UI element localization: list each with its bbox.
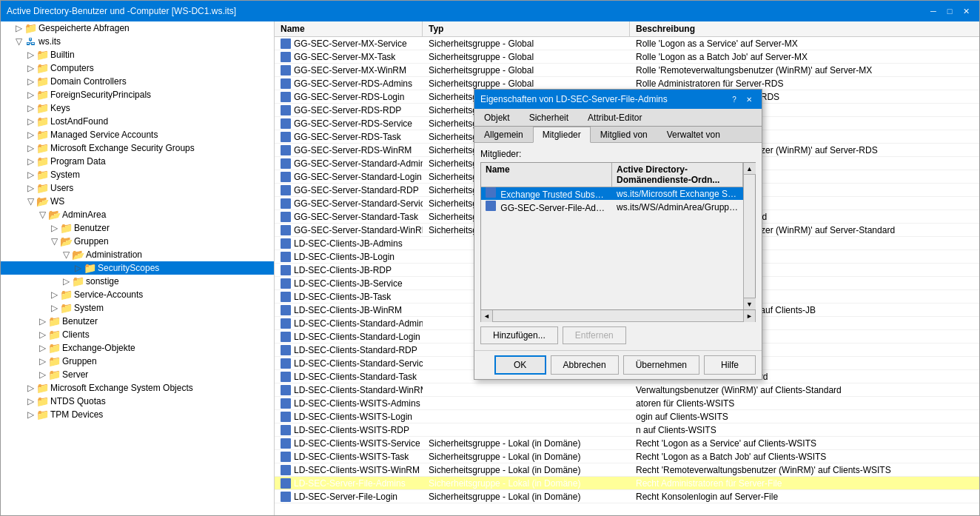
tree-item-managed[interactable]: ▷ 📁 Managed Service Accounts [1,128,274,141]
tree-item-sonstige[interactable]: ▷ 📁 sonstige [1,275,274,288]
expand-security-scopes[interactable]: ▷ [72,262,84,274]
scroll-down-button[interactable]: ▼ [744,298,756,309]
close-button[interactable]: ✕ [959,4,973,18]
tree-item-keys[interactable]: ▷ 📁 Keys [1,101,274,115]
tree-item-users[interactable]: ▷ 📁 Users [1,181,274,195]
tree-item-exchange-objekte[interactable]: ▷ 📁 Exchange-Objekte [1,341,274,355]
member-row-1[interactable]: Exchange Trusted Subsystem ws.its/Micros… [481,187,743,201]
expand-foreign[interactable]: ▷ [24,89,36,101]
hinzufuegen-button[interactable]: Hinzufügen... [480,326,558,344]
tree-item-benutzer[interactable]: ▷ 📁 Benutzer [1,221,274,235]
expand-system[interactable]: ▷ [24,169,36,181]
expand-tpm[interactable]: ▷ [24,409,36,420]
tree-item-lost[interactable]: ▷ 📁 LostAndFound [1,115,274,128]
tree-item-service-accounts[interactable]: ▷ 📁 Service-Accounts [1,288,274,301]
expand-lost[interactable]: ▷ [24,115,36,127]
tree-item-ms-exchange-sec[interactable]: ▷ 📁 Microsoft Exchange Security Groups [1,141,274,155]
entfernen-button[interactable]: Entfernen [563,326,626,344]
tree-item-wsits[interactable]: ▽ 🖧 ws.its [1,35,274,48]
expand-dc[interactable]: ▷ [24,76,36,87]
tree-item-tpm[interactable]: ▷ 📁 TPM Devices [1,408,274,421]
tab-sicherheit[interactable]: Sicherheit [520,109,578,126]
maximize-button[interactable]: □ [942,4,957,18]
expand-program-data[interactable]: ▷ [24,155,36,167]
list-row[interactable]: LD-SEC-Server-File-LoginSicherheitsgrupp… [275,490,979,503]
tree-item-server[interactable]: ▷ 📁 Server [1,368,274,381]
expand-server[interactable]: ▷ [36,369,48,381]
tree-item-administration[interactable]: ▽ 📂 Administration [1,248,274,261]
expand-benutzer2[interactable]: ▷ [36,315,48,327]
tab-attribut-editor[interactable]: Attribut-Editor [578,109,651,126]
header-desc[interactable]: Beschreibung [630,21,979,36]
subtab-mitglied-von[interactable]: Mitglied von [591,127,657,142]
list-row[interactable]: GG-SEC-Server-MX-WinRMSicherheitsgruppe … [275,64,979,77]
list-row[interactable]: LD-SEC-Clients-WSITS-RDPn auf Clients-WS… [275,423,979,437]
tree-item-clients[interactable]: ▷ 📁 Clients [1,328,274,341]
tree-item-gruppen[interactable]: ▽ 📂 Gruppen [1,235,274,248]
member-row-2[interactable]: GG-SEC-Server-File-Admins ws.its/WS/Admi… [481,201,743,214]
scroll-left-button[interactable]: ◄ [481,310,493,322]
list-row[interactable]: LD-SEC-Clients-WSITS-Adminsatoren für Cl… [275,397,979,410]
subtab-allgemein[interactable]: Allgemein [474,127,533,142]
expand-ms-exchange-sec[interactable]: ▷ [24,142,36,154]
expand-managed[interactable]: ▷ [24,129,36,141]
list-row[interactable]: LD-SEC-Clients-Standard-WinRMVerwaltungs… [275,383,979,397]
tree-item-benutzer2[interactable]: ▷ 📁 Benutzer [1,315,274,328]
dialog-question-button[interactable]: ? [728,93,741,105]
hilfe-button[interactable]: Hilfe [704,355,756,375]
list-row[interactable]: GG-SEC-Server-MX-TaskSicherheitsgruppe -… [275,50,979,64]
list-row[interactable]: LD-SEC-Clients-WSITS-Loginogin auf Clien… [275,410,979,423]
vertical-scrollbar[interactable]: ▲ ▼ [743,163,755,309]
expand-administration[interactable]: ▽ [60,249,72,261]
list-row[interactable]: LD-SEC-Server-File-AdminsSicherheitsgrup… [275,477,979,490]
tree-item-domain-controllers[interactable]: ▷ 📁 Domain Controllers [1,75,274,88]
tree-item-ws[interactable]: ▽ 📂 WS [1,195,274,208]
expand-ws[interactable]: ▽ [24,195,36,207]
expand-ntds[interactable]: ▷ [24,395,36,407]
expand-builtin[interactable]: ▷ [24,49,36,61]
subtab-verwaltet-von[interactable]: Verwaltet von [657,127,730,142]
tree-item-program-data[interactable]: ▷ 📁 Program Data [1,155,274,168]
expand-users[interactable]: ▷ [24,182,36,194]
tab-objekt[interactable]: Objekt [474,109,520,126]
scroll-right-button[interactable]: ► [743,310,755,322]
header-name[interactable]: Name [275,21,423,36]
tree-item-system[interactable]: ▷ 📁 System [1,168,274,181]
tree-item-computers[interactable]: ▷ 📁 Computers [1,61,274,75]
tree-item-foreign[interactable]: ▷ 📁 ForeignSecurityPrincipals [1,88,274,101]
expand-benutzer[interactable]: ▷ [48,222,60,234]
expand-system2[interactable]: ▷ [48,302,60,314]
expand-adminarea[interactable]: ▽ [36,209,48,221]
minimize-button[interactable]: ─ [926,4,941,18]
subtab-mitglieder[interactable]: Mitglieder [533,127,591,143]
tree-item-system2[interactable]: ▷ 📁 System [1,301,274,315]
tree-item-saved-queries[interactable]: ▷ 📁 Gespeicherte Abfragen [1,21,274,35]
dialog-close-button[interactable]: ✕ [742,93,756,105]
scroll-up-button[interactable]: ▲ [744,163,756,175]
tree-item-adminarea[interactable]: ▽ 📂 AdminArea [1,208,274,221]
horizontal-scrollbar[interactable]: ◄ ► [480,310,756,322]
expand-gruppen2[interactable]: ▷ [36,355,48,367]
tree-item-builtin[interactable]: ▷ 📁 Builtin [1,48,274,61]
expand-keys[interactable]: ▷ [24,102,36,114]
expand-sonstige[interactable]: ▷ [60,275,72,287]
tree-item-security-scopes[interactable]: ▷ 📁 SecurityScopes [1,261,274,275]
expand-clients[interactable]: ▷ [36,329,48,341]
ok-button[interactable]: OK [494,355,546,375]
expand-wsits[interactable]: ▽ [13,36,24,47]
list-row[interactable]: LD-SEC-Clients-WSITS-ServiceSicherheitsg… [275,437,979,450]
list-row[interactable]: LD-SEC-Clients-WSITS-WinRMSicherheitsgru… [275,463,979,477]
header-type[interactable]: Typ [423,21,630,36]
expand-computers[interactable]: ▷ [24,62,36,74]
expand-ms-exchange-system[interactable]: ▷ [24,382,36,394]
expand-exchange-objekte[interactable]: ▷ [36,342,48,354]
uebernehmen-button[interactable]: Übernehmen [623,355,699,375]
tree-item-ntds[interactable]: ▷ 📁 NTDS Quotas [1,395,274,408]
abbrechen-button[interactable]: Abbrechen [551,355,619,375]
expand-saved-queries[interactable]: ▷ [13,22,24,34]
list-row[interactable]: LD-SEC-Clients-WSITS-TaskSicherheitsgrup… [275,450,979,463]
tree-item-gruppen2[interactable]: ▷ 📁 Gruppen [1,355,274,368]
list-row[interactable]: GG-SEC-Server-MX-ServiceSicherheitsgrupp… [275,37,979,50]
expand-gruppen[interactable]: ▽ [48,235,60,247]
tree-item-ms-exchange-system[interactable]: ▷ 📁 Microsoft Exchange System Objects [1,381,274,395]
